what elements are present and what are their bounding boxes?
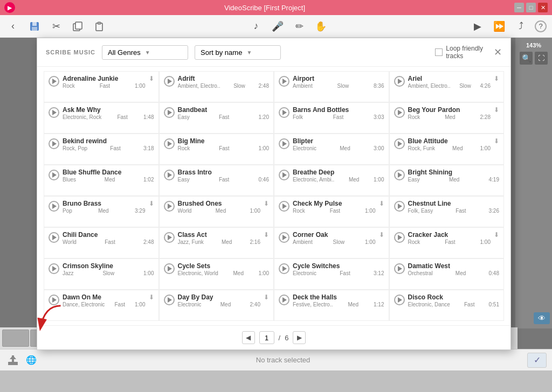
track-item[interactable]: Disco Rock Electronic, Dance Fast 0:51: [389, 290, 505, 321]
play-track-button[interactable]: [279, 170, 289, 180]
download-icon[interactable]: ⬇: [494, 231, 499, 239]
prev-page-button[interactable]: ◀: [242, 331, 255, 344]
play-track-button[interactable]: [279, 201, 289, 212]
track-item[interactable]: Bandbeat Easy Fast 1:20: [159, 102, 274, 134]
play-icon[interactable]: ▶: [470, 19, 485, 34]
next-page-button[interactable]: ▶: [293, 331, 306, 344]
track-item[interactable]: Damatic West Orchestral Med 0:48: [389, 258, 505, 290]
play-track-button[interactable]: [279, 76, 289, 87]
play-track-button[interactable]: [49, 138, 59, 149]
play-track-button[interactable]: [394, 76, 405, 87]
track-item[interactable]: Beg Your Pardon Rock Med 2:28 ⬇: [389, 102, 505, 134]
loop-checkbox[interactable]: [435, 48, 443, 56]
track-item[interactable]: Blipter Electronic Med 3:00: [274, 134, 389, 165]
play-track-button[interactable]: [279, 295, 289, 305]
track-item[interactable]: Barns And Bottles Folk Fast 3:03: [274, 102, 389, 134]
page-number-input[interactable]: [259, 331, 274, 344]
download-icon[interactable]: ⬇: [494, 137, 499, 145]
minimize-button[interactable]: ─: [514, 3, 524, 12]
zoom-out-button[interactable]: 🔍: [520, 52, 533, 65]
download-icon[interactable]: ⬇: [149, 293, 154, 301]
download-icon[interactable]: ⬇: [264, 200, 269, 207]
confirm-button[interactable]: ✓: [527, 353, 547, 368]
play-track-button[interactable]: [164, 201, 175, 212]
track-item[interactable]: Breathe Deep Electronic, Ambi.. Med 1:00: [274, 165, 389, 196]
back-button[interactable]: ‹: [5, 19, 20, 34]
timeline-thumb[interactable]: [2, 330, 29, 347]
download-icon[interactable]: ⬇: [494, 106, 499, 114]
share-icon[interactable]: ⤴: [513, 19, 528, 34]
hand-icon[interactable]: ✋: [313, 19, 328, 34]
play-track-button[interactable]: [164, 295, 175, 305]
play-track-button[interactable]: [394, 263, 405, 274]
save-icon[interactable]: [27, 19, 42, 34]
play-track-button[interactable]: [49, 76, 59, 87]
eye-icon[interactable]: 👁: [534, 312, 550, 324]
play-track-button[interactable]: [49, 201, 59, 212]
sort-dropdown[interactable]: Sort by name ▼: [195, 45, 281, 60]
download-icon[interactable]: ⬇: [379, 200, 384, 207]
download-icon[interactable]: ⬇: [379, 231, 384, 239]
track-item[interactable]: Ariel Ambient, Electro.. Slow 4:26 ⬇: [389, 71, 505, 102]
fast-forward-icon[interactable]: ⏩: [492, 19, 507, 34]
play-track-button[interactable]: [394, 232, 405, 243]
track-item[interactable]: Ask Me Why Electronic, Rock Fast 1:48: [44, 102, 159, 134]
play-track-button[interactable]: [279, 107, 289, 118]
play-track-button[interactable]: [164, 76, 175, 87]
download-icon[interactable]: ⬇: [149, 200, 154, 207]
play-track-button[interactable]: [394, 107, 405, 118]
track-item[interactable]: Airport Ambient Slow 8:36: [274, 71, 389, 102]
track-item[interactable]: Bekind rewind Rock, Pop Fast 3:18: [44, 134, 159, 165]
play-track-button[interactable]: [394, 295, 405, 305]
close-button[interactable]: ✕: [538, 3, 548, 12]
upload-icon[interactable]: [5, 353, 20, 368]
music-icon[interactable]: ♪: [249, 19, 264, 34]
play-track-button[interactable]: [279, 232, 289, 243]
cut-icon[interactable]: ✂: [49, 19, 64, 34]
track-item[interactable]: Adrenaline Junkie Rock Fast 1:00 ⬇: [44, 71, 159, 102]
play-track-button[interactable]: [49, 232, 59, 243]
download-icon[interactable]: ⬇: [264, 293, 269, 301]
mic-icon[interactable]: 🎤: [270, 19, 285, 34]
track-item[interactable]: Big Mine Rock Fast 1:00: [159, 134, 274, 165]
maximize-button[interactable]: □: [526, 3, 536, 12]
track-item[interactable]: Cycle Switches Electronic Fast 3:12: [274, 258, 389, 290]
play-track-button[interactable]: [49, 107, 59, 118]
track-item[interactable]: Adrift Ambient, Electro.. Slow 2:48: [159, 71, 274, 102]
track-item[interactable]: Bruno Brass Pop Med 3:29 ⬇: [44, 196, 159, 227]
track-item[interactable]: Crimson Skyline Jazz Slow 1:00: [44, 258, 159, 290]
track-item[interactable]: Cracker Jack Rock Fast 1:00 ⬇: [389, 227, 505, 258]
play-track-button[interactable]: [279, 138, 289, 149]
play-track-button[interactable]: [164, 263, 175, 274]
track-item[interactable]: Deck the Halls Festive, Electro.. Med 1:…: [274, 290, 389, 321]
play-track-button[interactable]: [394, 170, 405, 180]
track-item[interactable]: Chestnut Line Folk, Easy Fast 3:26: [389, 196, 505, 227]
fullscreen-button[interactable]: ⛶: [535, 52, 548, 65]
globe-icon[interactable]: 🌐: [24, 353, 39, 368]
play-track-button[interactable]: [394, 138, 405, 149]
copy-icon[interactable]: [70, 19, 85, 34]
play-track-button[interactable]: [164, 138, 175, 149]
play-track-button[interactable]: [279, 263, 289, 274]
track-item[interactable]: Class Act Jazz, Funk Med 2:16 ⬇: [159, 227, 274, 258]
track-item[interactable]: Bright Shining Easy Med 4:19: [389, 165, 505, 196]
play-track-button[interactable]: [49, 263, 59, 274]
download-icon[interactable]: ⬇: [494, 75, 499, 82]
track-item[interactable]: Brass Intro Easy Fast 0:46: [159, 165, 274, 196]
track-item[interactable]: Blue Shuffle Dance Blues Med 1:02: [44, 165, 159, 196]
play-track-button[interactable]: [164, 170, 175, 180]
track-item[interactable]: Check My Pulse Rock Fast 1:00 ⬇: [274, 196, 389, 227]
paste-icon[interactable]: [92, 19, 107, 34]
track-item[interactable]: Cycle Sets Electronic, World Med 1:00: [159, 258, 274, 290]
play-track-button[interactable]: [49, 170, 59, 180]
track-item[interactable]: Day By Day Electronic Med 2:40 ⬇: [159, 290, 274, 321]
track-item[interactable]: Blue Attitude Rock, Funk Med 1:00 ⬇: [389, 134, 505, 165]
download-icon[interactable]: ⬇: [149, 75, 154, 82]
play-track-button[interactable]: [164, 107, 175, 118]
track-item[interactable]: Chili Dance World Fast 2:48: [44, 227, 159, 258]
track-item[interactable]: Corner Oak Ambient Slow 1:00 ⬇: [274, 227, 389, 258]
modal-close-button[interactable]: ✕: [494, 46, 502, 58]
download-icon[interactable]: ⬇: [264, 231, 269, 239]
play-track-button[interactable]: [394, 201, 405, 212]
track-item[interactable]: Brushed Ones World Med 1:00 ⬇: [159, 196, 274, 227]
